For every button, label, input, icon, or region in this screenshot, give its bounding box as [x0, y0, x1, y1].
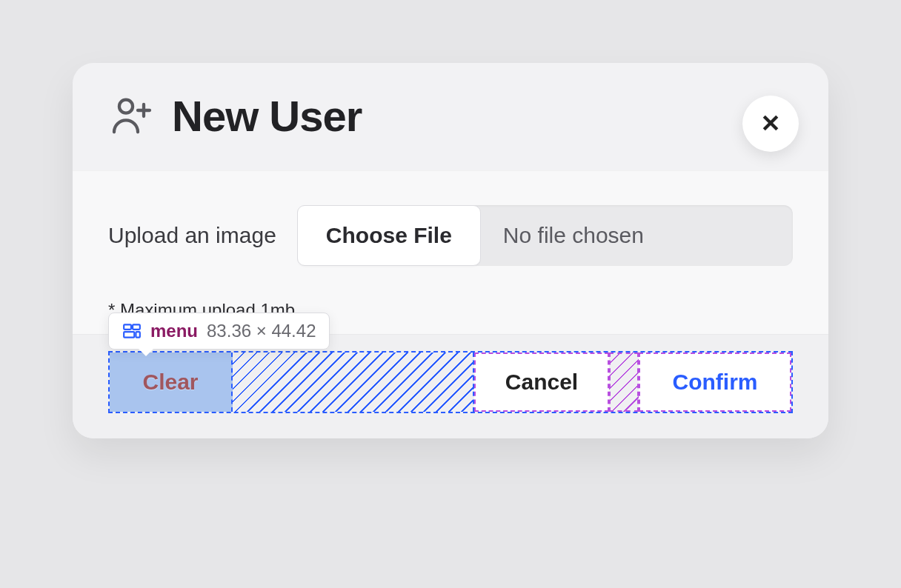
- clear-button[interactable]: Clear: [110, 353, 233, 412]
- tooltip-tag: menu: [150, 321, 198, 341]
- svg-point-0: [119, 99, 133, 113]
- close-icon: [759, 112, 782, 136]
- file-input-group: Choose File No file chosen: [297, 205, 793, 266]
- devtools-tooltip: menu 83.36 × 44.42: [108, 313, 330, 350]
- dialog-footer: menu 83.36 × 44.42 Clear Cancel Confirm: [73, 334, 828, 438]
- dialog-header: New User: [73, 63, 828, 170]
- svg-rect-7: [124, 332, 134, 338]
- cancel-button[interactable]: Cancel: [474, 353, 609, 412]
- flex-spacer: [233, 353, 474, 412]
- dialog-body: Upload an image Choose File No file chos…: [73, 170, 828, 334]
- tooltip-size: 83.36 × 44.42: [207, 321, 316, 341]
- button-gap: [609, 353, 639, 412]
- svg-rect-8: [136, 332, 139, 338]
- close-button[interactable]: [742, 96, 799, 152]
- user-plus-icon: [108, 93, 156, 140]
- dialog-title: New User: [172, 91, 362, 141]
- upload-row: Upload an image Choose File No file chos…: [108, 205, 793, 266]
- svg-rect-6: [133, 324, 140, 330]
- cancel-button-label: Cancel: [505, 370, 578, 395]
- svg-rect-5: [124, 324, 131, 330]
- choose-file-button[interactable]: Choose File: [297, 205, 481, 266]
- new-user-dialog: New User Upload an image Choose File No …: [73, 63, 828, 438]
- file-status-text: No file chosen: [481, 205, 793, 266]
- footer-menu: Clear Cancel Confirm: [108, 351, 793, 413]
- clear-button-label: Clear: [142, 370, 198, 395]
- flex-icon: [122, 321, 142, 341]
- upload-label: Upload an image: [108, 223, 276, 248]
- confirm-button[interactable]: Confirm: [639, 353, 791, 412]
- confirm-button-label: Confirm: [673, 370, 758, 395]
